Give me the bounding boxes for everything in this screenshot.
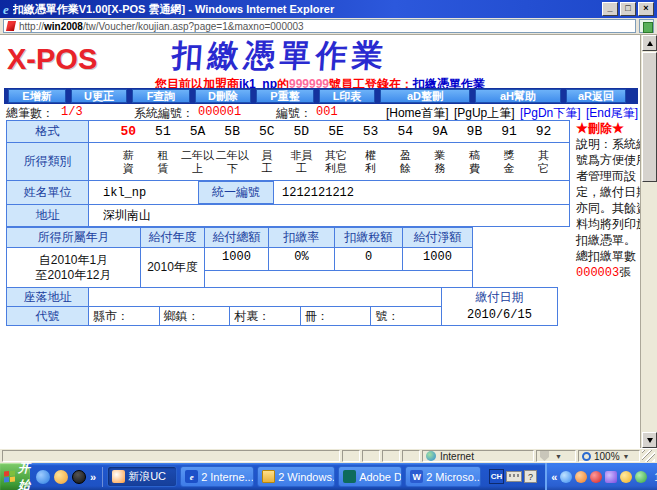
pay-date-value: 2010/6/15 — [467, 308, 532, 322]
format-code: 5D — [284, 124, 319, 139]
category-line2: 資 — [123, 162, 134, 174]
smiley-quicklaunch-icon[interactable] — [54, 470, 68, 484]
start-button[interactable]: 开始 — [0, 463, 30, 490]
uc-quicklaunch-icon[interactable] — [36, 470, 50, 484]
shield-icon — [540, 451, 549, 461]
print-button[interactable]: L印表 — [319, 89, 375, 103]
pay-date-label: 繳付日期 — [476, 290, 524, 304]
task-sina-uc[interactable]: 新浪UC — [107, 466, 177, 487]
withhold-total-value: 000003 — [576, 266, 619, 280]
category-line2: 務 — [434, 162, 445, 174]
name-unit-field[interactable]: ikl_np — [103, 186, 198, 200]
help-button[interactable]: aH幫助 — [475, 89, 561, 103]
location-table: 座落地址 繳付日期 2010/6/15 代號 縣市： 鄉鎮： 村裏： 冊： 號： — [6, 287, 558, 326]
dropdown-icon: ▼ — [555, 453, 562, 460]
pay-year-field[interactable]: 2010年度 — [141, 248, 205, 288]
nav-pgdn-next[interactable]: [PgDn下筆] — [520, 106, 581, 120]
batch-delete-button[interactable]: aD整刪 — [380, 89, 470, 103]
page-title: 扣繳憑單作業 — [171, 35, 390, 77]
book-field[interactable]: 冊： — [300, 307, 371, 326]
xpos-logo: X-POS — [7, 43, 97, 76]
vertical-scrollbar[interactable] — [640, 35, 657, 448]
tray-icon[interactable] — [620, 471, 632, 483]
nav-home-first[interactable]: [Home首筆] — [386, 106, 449, 120]
category-line2: 利 — [365, 162, 376, 174]
format-codes: 50 51 5A 5B 5C 5D 5E 53 54 9A 9B 91 92 — [89, 124, 569, 139]
format-code: 54 — [388, 124, 423, 139]
security-zone-segment: Internet — [422, 450, 534, 462]
format-code: 5C — [249, 124, 284, 139]
income-category-label: 所得類別 — [7, 143, 89, 181]
uniform-no-label: 統一編號 — [198, 181, 274, 204]
address-field[interactable]: 深圳南山 — [89, 205, 570, 227]
task-buttons: 新浪UC e 2 Interne... ▼ 2 Windows... ▼ Ado… — [103, 466, 485, 487]
scroll-down-arrow[interactable] — [642, 432, 657, 448]
folder-icon — [262, 470, 275, 483]
withhold-tax-field[interactable]: 0 — [335, 248, 403, 271]
protected-mode-segment[interactable]: ▼ — [536, 450, 576, 462]
category-item: 二年以下 — [215, 149, 250, 175]
input-language-button[interactable]: CH — [489, 469, 504, 484]
net-amount-field[interactable]: 1000 — [403, 248, 473, 271]
nav-pgup-prev[interactable]: [PgUp上筆] — [454, 106, 515, 120]
category-line1: 其 — [538, 149, 549, 161]
keyboard-icon[interactable] — [506, 471, 522, 482]
language-help-button[interactable]: ? — [524, 470, 537, 483]
add-button[interactable]: E增新 — [8, 89, 66, 103]
category-line1: 業 — [434, 149, 445, 161]
minimize-button[interactable]: _ — [602, 2, 618, 16]
total-amount-field[interactable]: 1000 — [205, 248, 269, 271]
tray-collapse-chevron[interactable]: « — [551, 471, 557, 483]
tray-icon[interactable] — [635, 471, 647, 483]
address-label: 地址 — [7, 205, 89, 227]
maximize-button[interactable]: □ — [620, 2, 636, 16]
category-line1: 二年以 — [181, 149, 214, 161]
delete-button[interactable]: D刪除 — [195, 89, 251, 103]
quicklaunch-overflow-chevron[interactable]: » — [90, 471, 96, 483]
location-field[interactable] — [89, 288, 442, 307]
category-item: 員工 — [249, 149, 284, 175]
page-content: X-POS 扣繳憑單作業 您目前以加盟商ik1_np的999999號員工登錄在：… — [0, 35, 657, 448]
period-field[interactable]: 自2010年1月 至2010年12月 — [7, 248, 141, 288]
scrollbar-thumb[interactable] — [642, 52, 657, 182]
close-button[interactable]: × — [638, 2, 654, 16]
update-button[interactable]: U更正 — [71, 89, 127, 103]
category-line2: 下 — [227, 162, 238, 174]
number-field[interactable]: 號： — [371, 307, 442, 326]
village-field[interactable]: 村裏： — [230, 307, 301, 326]
nav-end-last[interactable]: [End尾筆] — [586, 106, 638, 120]
task-label: 新浪UC — [128, 469, 166, 484]
refresh-button[interactable]: P重整 — [256, 89, 314, 103]
zoom-segment[interactable]: 100% ▼ — [578, 450, 640, 462]
resize-grip[interactable] — [642, 450, 655, 462]
withhold-rate-field[interactable]: 0% — [269, 248, 335, 271]
category-item: 權利 — [353, 149, 388, 175]
amount-table: 所得所屬年月 給付年度 給付總額 扣繳率 扣繳稅額 給付淨額 自2010年1月 … — [6, 227, 473, 288]
tray-icon[interactable] — [575, 471, 587, 483]
tray-icon[interactable] — [590, 471, 602, 483]
query-button[interactable]: F查詢 — [132, 89, 190, 103]
url-rest: /tw/Voucher/koujian.asp?page=1&maxno=000… — [83, 21, 304, 32]
income-categories-cell: 薪資 租賃 二年以上 二年以下 員工 非員工 其它利息 權利 盈餘 業務 稿費 … — [89, 143, 570, 181]
tray-icon[interactable] — [605, 471, 617, 483]
withhold-total-unit: 張 — [619, 265, 631, 279]
zoom-icon — [582, 452, 591, 461]
scroll-up-arrow[interactable] — [642, 35, 657, 51]
task-internet-explorer-group[interactable]: e 2 Interne... ▼ — [180, 466, 254, 487]
total-count-value: 1/3 — [61, 105, 83, 119]
category-line1: 獎 — [504, 149, 515, 161]
task-dreamweaver[interactable]: Adobe Drea... — [338, 466, 402, 487]
qq-quicklaunch-icon[interactable] — [72, 470, 86, 484]
township-field[interactable]: 鄉鎮： — [159, 307, 230, 326]
county-field[interactable]: 縣市： — [89, 307, 160, 326]
task-windows-explorer-group[interactable]: 2 Windows... ▼ — [257, 466, 335, 487]
uniform-no-field[interactable]: 1212121212 — [282, 186, 354, 200]
task-word-group[interactable]: W 2 Microso... ▼ — [405, 466, 481, 487]
address-input[interactable]: http://win2008/tw/Voucher/koujian.asp?pa… — [3, 19, 636, 33]
format-code: 91 — [492, 124, 527, 139]
dreamweaver-icon — [343, 470, 356, 483]
page-icon[interactable] — [639, 19, 654, 33]
tray-icon[interactable] — [560, 471, 572, 483]
return-button[interactable]: aR返回 — [566, 89, 626, 103]
category-line1: 其它 — [325, 149, 347, 161]
